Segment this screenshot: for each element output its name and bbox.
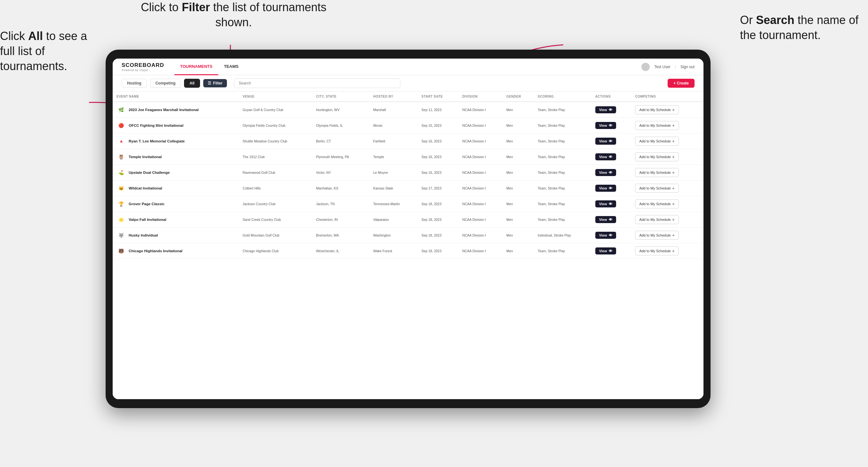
view-button-0[interactable]: View 👁 [595, 106, 616, 113]
nav-tournaments[interactable]: TOURNAMENTS [175, 59, 218, 75]
cell-division-3: NCAA Division I [458, 149, 502, 165]
cell-division-0: NCAA Division I [458, 102, 502, 118]
tablet-screen: SCOREBOARD Powered by clippd TOURNAMENTS… [113, 59, 704, 399]
event-name-3: Temple Invitational [129, 155, 162, 159]
table-row: 🔴 OFCC Fighting Illini Invitational Olym… [113, 118, 704, 133]
add-label-5: Add to My Schedule [639, 186, 671, 190]
col-gender: GENDER [502, 92, 534, 102]
cell-venue-1: Olympia Fields Country Club [239, 118, 312, 133]
cell-scoring-2: Team, Stroke Play [534, 133, 591, 149]
add-schedule-button-6[interactable]: Add to My Schedule + [635, 199, 679, 208]
user-name: Test User [654, 65, 671, 69]
nav-links: TOURNAMENTS TEAMS [175, 59, 642, 75]
cell-gender-5: Men [502, 181, 534, 196]
plus-icon-9: + [672, 248, 675, 253]
eye-icon-1: 👁 [609, 124, 612, 127]
nav-right: Test User | Sign out [642, 63, 694, 71]
sign-out-link[interactable]: Sign out [680, 65, 694, 69]
add-schedule-button-2[interactable]: Add to My Schedule + [635, 137, 679, 146]
table-row: 🐻 Chicago Highlands Invitational Chicago… [113, 243, 704, 259]
cell-gender-8: Men [502, 227, 534, 243]
all-tab[interactable]: All [184, 79, 200, 88]
cell-gender-9: Men [502, 243, 534, 259]
cell-event-4: ⛳ Upstate Dual Challenge [113, 165, 239, 181]
cell-hosted-6: Tennessee-Martin [369, 196, 418, 212]
view-button-3[interactable]: View 👁 [595, 153, 616, 160]
cell-scoring-6: Team, Stroke Play [534, 196, 591, 212]
hosting-tab[interactable]: Hosting [122, 79, 147, 88]
cell-city-8: Bremerton, WA [312, 227, 369, 243]
cell-competing-3: Add to My Schedule + [631, 149, 704, 165]
cell-city-7: Chesterton, IN [312, 212, 369, 227]
filter-icon: ☰ [208, 81, 211, 86]
add-schedule-button-0[interactable]: Add to My Schedule + [635, 105, 679, 114]
eye-icon-8: 👁 [609, 234, 612, 237]
add-label-2: Add to My Schedule [639, 139, 671, 143]
view-button-2[interactable]: View 👁 [595, 137, 616, 145]
cell-event-3: 🦉 Temple Invitational [113, 149, 239, 165]
view-button-4[interactable]: View 👁 [595, 169, 616, 176]
eye-icon-9: 👁 [609, 249, 612, 253]
create-button[interactable]: + Create [668, 79, 694, 88]
event-name-5: Wildcat Invitational [129, 186, 162, 190]
view-button-1[interactable]: View 👁 [595, 122, 616, 129]
col-start-date: START DATE [418, 92, 459, 102]
cell-competing-9: Add to My Schedule + [631, 243, 704, 259]
cell-gender-1: Men [502, 118, 534, 133]
add-schedule-button-9[interactable]: Add to My Schedule + [635, 246, 679, 255]
add-label-8: Add to My Schedule [639, 234, 671, 237]
view-button-7[interactable]: View 👁 [595, 216, 616, 223]
cell-hosted-8: Washington [369, 227, 418, 243]
logo-sub: Powered by clippd [122, 68, 164, 72]
eye-icon-6: 👁 [609, 202, 612, 206]
view-button-6[interactable]: View 👁 [595, 200, 616, 208]
plus-icon-7: + [672, 217, 675, 222]
cell-actions-2: View 👁 [591, 133, 631, 149]
filter-label: Filter [213, 81, 222, 86]
view-button-5[interactable]: View 👁 [595, 185, 616, 192]
add-schedule-button-4[interactable]: Add to My Schedule + [635, 168, 679, 177]
col-city-state: CITY, STATE [312, 92, 369, 102]
search-input[interactable] [234, 79, 400, 88]
cell-date-4: Sep 16, 2023 [418, 165, 459, 181]
cell-hosted-4: Le Moyne [369, 165, 418, 181]
cell-venue-7: Sand Creek Country Club [239, 212, 312, 227]
add-schedule-button-3[interactable]: Add to My Schedule + [635, 152, 679, 161]
cell-venue-8: Gold Mountain Golf Club [239, 227, 312, 243]
cell-city-1: Olympia Fields, IL [312, 118, 369, 133]
nav-teams[interactable]: TEAMS [218, 59, 245, 75]
cell-city-4: Victor, NY [312, 165, 369, 181]
add-schedule-button-5[interactable]: Add to My Schedule + [635, 184, 679, 193]
cell-date-8: Sep 18, 2023 [418, 227, 459, 243]
cell-venue-9: Chicago Highlands Club [239, 243, 312, 259]
view-label-9: View [599, 249, 607, 253]
view-button-8[interactable]: View 👁 [595, 232, 616, 239]
add-schedule-button-1[interactable]: Add to My Schedule + [635, 121, 679, 130]
plus-icon-6: + [672, 201, 675, 207]
cell-competing-6: Add to My Schedule + [631, 196, 704, 212]
view-label-2: View [599, 139, 607, 143]
cell-competing-0: Add to My Schedule + [631, 102, 704, 118]
cell-division-6: NCAA Division I [458, 196, 502, 212]
event-name-8: Husky Individual [129, 234, 158, 237]
cell-gender-4: Men [502, 165, 534, 181]
cell-gender-7: Men [502, 212, 534, 227]
team-logo-6: 🏆 [117, 199, 125, 208]
eye-icon-3: 👁 [609, 155, 612, 159]
annotation-topleft: Click All to see a full list of tourname… [0, 29, 90, 73]
view-button-9[interactable]: View 👁 [595, 247, 616, 254]
view-label-1: View [599, 124, 607, 127]
cell-scoring-4: Team, Stroke Play [534, 165, 591, 181]
cell-hosted-5: Kansas State [369, 181, 418, 196]
cell-venue-0: Guyan Golf & Country Club [239, 102, 312, 118]
add-schedule-button-7[interactable]: Add to My Schedule + [635, 215, 679, 224]
team-logo-3: 🦉 [117, 152, 125, 161]
cell-date-3: Sep 16, 2023 [418, 149, 459, 165]
filter-button[interactable]: ☰ Filter [203, 79, 227, 87]
competing-tab[interactable]: Competing [150, 79, 181, 88]
event-name-7: Valpo Fall Invitational [129, 218, 166, 221]
cell-actions-1: View 👁 [591, 118, 631, 133]
add-schedule-button-8[interactable]: Add to My Schedule + [635, 231, 679, 240]
cell-scoring-0: Team, Stroke Play [534, 102, 591, 118]
eye-icon-0: 👁 [609, 108, 612, 112]
